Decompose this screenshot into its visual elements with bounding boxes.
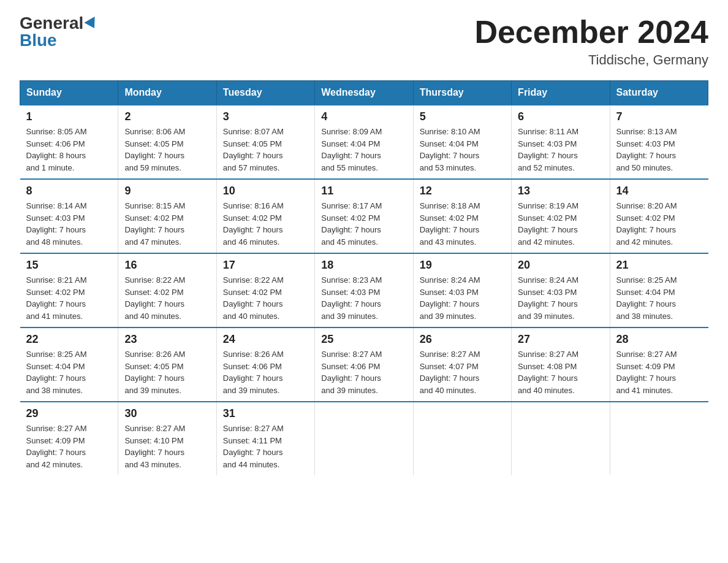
calendar-cell: 13 Sunrise: 8:19 AMSunset: 4:02 PMDaylig…	[512, 179, 610, 253]
day-number: 11	[321, 185, 406, 197]
calendar-cell: 31 Sunrise: 8:27 AMSunset: 4:11 PMDaylig…	[216, 402, 314, 475]
day-info: Sunrise: 8:26 AMSunset: 4:06 PMDaylight:…	[223, 348, 308, 396]
day-info: Sunrise: 8:27 AMSunset: 4:08 PMDaylight:…	[518, 348, 603, 396]
day-number: 23	[124, 333, 210, 346]
day-number: 5	[420, 110, 505, 123]
day-info: Sunrise: 8:25 AMSunset: 4:04 PMDaylight:…	[616, 274, 702, 322]
day-number: 20	[518, 259, 603, 272]
day-info: Sunrise: 8:18 AMSunset: 4:02 PMDaylight:…	[420, 200, 505, 248]
day-info: Sunrise: 8:26 AMSunset: 4:05 PMDaylight:…	[124, 348, 210, 396]
day-number: 3	[223, 110, 308, 123]
day-info: Sunrise: 8:23 AMSunset: 4:03 PMDaylight:…	[321, 274, 406, 322]
day-info: Sunrise: 8:16 AMSunset: 4:02 PMDaylight:…	[223, 200, 308, 248]
calendar-cell: 5 Sunrise: 8:10 AMSunset: 4:04 PMDayligh…	[413, 105, 511, 179]
calendar-cell	[413, 402, 511, 475]
calendar-cell: 24 Sunrise: 8:26 AMSunset: 4:06 PMDaylig…	[216, 327, 314, 402]
day-number: 21	[616, 259, 702, 272]
calendar-cell: 7 Sunrise: 8:13 AMSunset: 4:03 PMDayligh…	[610, 105, 708, 179]
calendar-cell: 14 Sunrise: 8:20 AMSunset: 4:02 PMDaylig…	[610, 179, 708, 253]
header-day-friday: Friday	[512, 81, 610, 105]
logo-general: General	[20, 13, 83, 33]
calendar-cell: 26 Sunrise: 8:27 AMSunset: 4:07 PMDaylig…	[413, 327, 511, 402]
calendar-cell: 11 Sunrise: 8:17 AMSunset: 4:02 PMDaylig…	[315, 179, 413, 253]
day-number: 24	[223, 333, 308, 346]
logo-triangle-icon	[85, 17, 100, 31]
header: General Blue December 2024 Tiddische, Ge…	[20, 15, 708, 68]
day-info: Sunrise: 8:17 AMSunset: 4:02 PMDaylight:…	[321, 200, 406, 248]
day-info: Sunrise: 8:22 AMSunset: 4:02 PMDaylight:…	[223, 274, 308, 322]
week-row-3: 15 Sunrise: 8:21 AMSunset: 4:02 PMDaylig…	[20, 253, 708, 327]
day-info: Sunrise: 8:15 AMSunset: 4:02 PMDaylight:…	[124, 200, 210, 248]
day-number: 8	[26, 185, 112, 197]
day-info: Sunrise: 8:27 AMSunset: 4:11 PMDaylight:…	[223, 423, 308, 470]
calendar-cell: 27 Sunrise: 8:27 AMSunset: 4:08 PMDaylig…	[512, 327, 610, 402]
header-day-thursday: Thursday	[413, 81, 511, 105]
week-row-5: 29 Sunrise: 8:27 AMSunset: 4:09 PMDaylig…	[20, 402, 708, 475]
calendar-cell: 2 Sunrise: 8:06 AMSunset: 4:05 PMDayligh…	[118, 105, 216, 179]
calendar-cell: 16 Sunrise: 8:22 AMSunset: 4:02 PMDaylig…	[118, 253, 216, 327]
day-number: 27	[518, 333, 603, 346]
day-info: Sunrise: 8:14 AMSunset: 4:03 PMDaylight:…	[26, 200, 112, 248]
day-number: 26	[420, 333, 505, 346]
week-row-4: 22 Sunrise: 8:25 AMSunset: 4:04 PMDaylig…	[20, 327, 708, 402]
day-number: 14	[616, 185, 702, 197]
day-number: 15	[26, 259, 112, 272]
calendar-cell	[512, 402, 610, 475]
title-area: December 2024 Tiddische, Germany	[474, 15, 708, 68]
day-number: 28	[616, 333, 702, 346]
day-number: 7	[616, 110, 702, 123]
day-info: Sunrise: 8:07 AMSunset: 4:05 PMDaylight:…	[223, 126, 308, 174]
calendar-cell: 17 Sunrise: 8:22 AMSunset: 4:02 PMDaylig…	[216, 253, 314, 327]
calendar-cell: 23 Sunrise: 8:26 AMSunset: 4:05 PMDaylig…	[118, 327, 216, 402]
calendar-cell: 20 Sunrise: 8:24 AMSunset: 4:03 PMDaylig…	[512, 253, 610, 327]
day-info: Sunrise: 8:27 AMSunset: 4:10 PMDaylight:…	[124, 423, 210, 470]
day-number: 10	[223, 185, 308, 197]
calendar-cell: 10 Sunrise: 8:16 AMSunset: 4:02 PMDaylig…	[216, 179, 314, 253]
day-number: 19	[420, 259, 505, 272]
calendar-cell: 15 Sunrise: 8:21 AMSunset: 4:02 PMDaylig…	[20, 253, 118, 327]
calendar-cell: 18 Sunrise: 8:23 AMSunset: 4:03 PMDaylig…	[315, 253, 413, 327]
month-title: December 2024	[474, 15, 708, 50]
calendar-cell: 29 Sunrise: 8:27 AMSunset: 4:09 PMDaylig…	[20, 402, 118, 475]
day-number: 2	[124, 110, 210, 123]
day-info: Sunrise: 8:06 AMSunset: 4:05 PMDaylight:…	[124, 126, 210, 174]
calendar-cell: 1 Sunrise: 8:05 AMSunset: 4:06 PMDayligh…	[20, 105, 118, 179]
calendar-cell	[315, 402, 413, 475]
calendar-table: SundayMondayTuesdayWednesdayThursdayFrid…	[20, 80, 708, 475]
day-number: 25	[321, 333, 406, 346]
header-day-sunday: Sunday	[20, 81, 118, 105]
logo-blue: Blue	[20, 32, 57, 49]
calendar-cell: 22 Sunrise: 8:25 AMSunset: 4:04 PMDaylig…	[20, 327, 118, 402]
day-info: Sunrise: 8:19 AMSunset: 4:02 PMDaylight:…	[518, 200, 603, 248]
logo-text: General	[20, 15, 98, 32]
calendar-cell: 3 Sunrise: 8:07 AMSunset: 4:05 PMDayligh…	[216, 105, 314, 179]
calendar-cell: 6 Sunrise: 8:11 AMSunset: 4:03 PMDayligh…	[512, 105, 610, 179]
calendar-cell: 21 Sunrise: 8:25 AMSunset: 4:04 PMDaylig…	[610, 253, 708, 327]
day-info: Sunrise: 8:27 AMSunset: 4:09 PMDaylight:…	[26, 423, 112, 470]
day-number: 30	[124, 407, 210, 420]
day-number: 31	[223, 407, 308, 420]
day-info: Sunrise: 8:27 AMSunset: 4:06 PMDaylight:…	[321, 348, 406, 396]
day-info: Sunrise: 8:10 AMSunset: 4:04 PMDaylight:…	[420, 126, 505, 174]
day-info: Sunrise: 8:21 AMSunset: 4:02 PMDaylight:…	[26, 274, 112, 322]
week-row-1: 1 Sunrise: 8:05 AMSunset: 4:06 PMDayligh…	[20, 105, 708, 179]
calendar-cell: 25 Sunrise: 8:27 AMSunset: 4:06 PMDaylig…	[315, 327, 413, 402]
day-info: Sunrise: 8:27 AMSunset: 4:07 PMDaylight:…	[420, 348, 505, 396]
day-number: 29	[26, 407, 112, 420]
day-info: Sunrise: 8:24 AMSunset: 4:03 PMDaylight:…	[518, 274, 603, 322]
calendar-cell: 19 Sunrise: 8:24 AMSunset: 4:03 PMDaylig…	[413, 253, 511, 327]
day-number: 12	[420, 185, 505, 197]
day-number: 17	[223, 259, 308, 272]
calendar-cell: 9 Sunrise: 8:15 AMSunset: 4:02 PMDayligh…	[118, 179, 216, 253]
header-day-wednesday: Wednesday	[315, 81, 413, 105]
day-info: Sunrise: 8:25 AMSunset: 4:04 PMDaylight:…	[26, 348, 112, 396]
header-row: SundayMondayTuesdayWednesdayThursdayFrid…	[20, 81, 708, 105]
day-number: 18	[321, 259, 406, 272]
calendar-cell: 30 Sunrise: 8:27 AMSunset: 4:10 PMDaylig…	[118, 402, 216, 475]
calendar-cell: 8 Sunrise: 8:14 AMSunset: 4:03 PMDayligh…	[20, 179, 118, 253]
day-number: 1	[26, 110, 112, 123]
day-number: 4	[321, 110, 406, 123]
day-info: Sunrise: 8:13 AMSunset: 4:03 PMDaylight:…	[616, 126, 702, 174]
calendar-cell: 12 Sunrise: 8:18 AMSunset: 4:02 PMDaylig…	[413, 179, 511, 253]
calendar-cell	[610, 402, 708, 475]
